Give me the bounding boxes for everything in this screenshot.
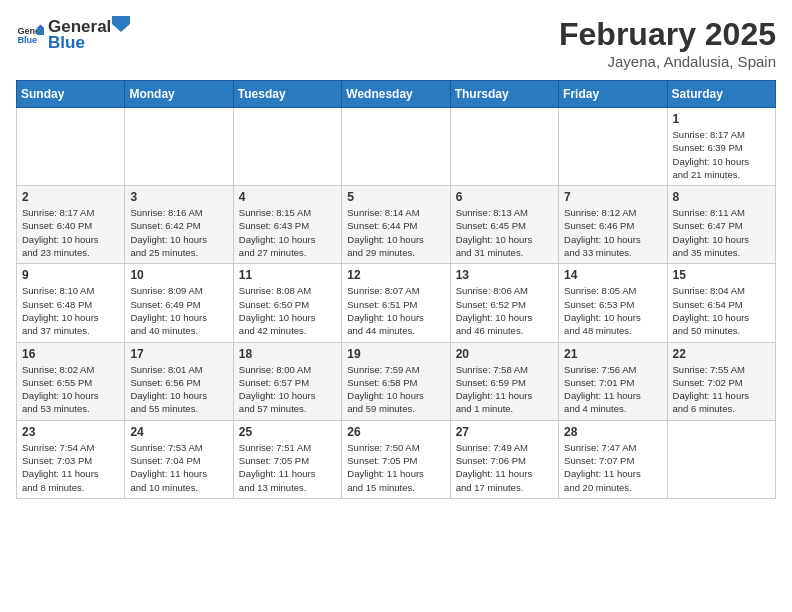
day-of-week-header: Saturday <box>667 81 775 108</box>
day-info: Sunrise: 8:09 AM Sunset: 6:49 PM Dayligh… <box>130 284 227 337</box>
day-of-week-header: Thursday <box>450 81 558 108</box>
day-number: 22 <box>673 347 770 361</box>
day-number: 25 <box>239 425 336 439</box>
day-number: 15 <box>673 268 770 282</box>
calendar-cell: 15Sunrise: 8:04 AM Sunset: 6:54 PM Dayli… <box>667 264 775 342</box>
day-info: Sunrise: 8:14 AM Sunset: 6:44 PM Dayligh… <box>347 206 444 259</box>
calendar-cell: 19Sunrise: 7:59 AM Sunset: 6:58 PM Dayli… <box>342 342 450 420</box>
calendar-cell <box>667 420 775 498</box>
day-info: Sunrise: 8:13 AM Sunset: 6:45 PM Dayligh… <box>456 206 553 259</box>
day-of-week-header: Sunday <box>17 81 125 108</box>
day-number: 2 <box>22 190 119 204</box>
calendar-cell: 13Sunrise: 8:06 AM Sunset: 6:52 PM Dayli… <box>450 264 558 342</box>
day-info: Sunrise: 7:50 AM Sunset: 7:05 PM Dayligh… <box>347 441 444 494</box>
day-number: 8 <box>673 190 770 204</box>
page-header: General Blue General Blue February 2025 … <box>16 16 776 70</box>
day-number: 21 <box>564 347 661 361</box>
calendar-cell: 6Sunrise: 8:13 AM Sunset: 6:45 PM Daylig… <box>450 186 558 264</box>
day-info: Sunrise: 8:05 AM Sunset: 6:53 PM Dayligh… <box>564 284 661 337</box>
day-number: 7 <box>564 190 661 204</box>
calendar-cell: 9Sunrise: 8:10 AM Sunset: 6:48 PM Daylig… <box>17 264 125 342</box>
day-info: Sunrise: 7:47 AM Sunset: 7:07 PM Dayligh… <box>564 441 661 494</box>
logo-arrow-icon <box>112 16 130 32</box>
day-number: 10 <box>130 268 227 282</box>
calendar-cell <box>342 108 450 186</box>
day-number: 14 <box>564 268 661 282</box>
day-info: Sunrise: 8:07 AM Sunset: 6:51 PM Dayligh… <box>347 284 444 337</box>
calendar-cell: 17Sunrise: 8:01 AM Sunset: 6:56 PM Dayli… <box>125 342 233 420</box>
calendar-cell: 23Sunrise: 7:54 AM Sunset: 7:03 PM Dayli… <box>17 420 125 498</box>
calendar-cell: 20Sunrise: 7:58 AM Sunset: 6:59 PM Dayli… <box>450 342 558 420</box>
logo: General Blue General Blue <box>16 16 130 53</box>
day-number: 24 <box>130 425 227 439</box>
day-number: 11 <box>239 268 336 282</box>
day-info: Sunrise: 8:10 AM Sunset: 6:48 PM Dayligh… <box>22 284 119 337</box>
day-info: Sunrise: 7:56 AM Sunset: 7:01 PM Dayligh… <box>564 363 661 416</box>
calendar-week-row: 1Sunrise: 8:17 AM Sunset: 6:39 PM Daylig… <box>17 108 776 186</box>
day-number: 5 <box>347 190 444 204</box>
day-info: Sunrise: 8:12 AM Sunset: 6:46 PM Dayligh… <box>564 206 661 259</box>
calendar-cell: 1Sunrise: 8:17 AM Sunset: 6:39 PM Daylig… <box>667 108 775 186</box>
day-number: 17 <box>130 347 227 361</box>
svg-marker-3 <box>37 28 44 35</box>
day-of-week-header: Friday <box>559 81 667 108</box>
day-of-week-header: Monday <box>125 81 233 108</box>
calendar-week-row: 23Sunrise: 7:54 AM Sunset: 7:03 PM Dayli… <box>17 420 776 498</box>
day-number: 6 <box>456 190 553 204</box>
day-info: Sunrise: 8:01 AM Sunset: 6:56 PM Dayligh… <box>130 363 227 416</box>
calendar-cell: 10Sunrise: 8:09 AM Sunset: 6:49 PM Dayli… <box>125 264 233 342</box>
calendar-cell: 25Sunrise: 7:51 AM Sunset: 7:05 PM Dayli… <box>233 420 341 498</box>
calendar-cell: 21Sunrise: 7:56 AM Sunset: 7:01 PM Dayli… <box>559 342 667 420</box>
day-of-week-header: Wednesday <box>342 81 450 108</box>
calendar-cell <box>450 108 558 186</box>
day-number: 18 <box>239 347 336 361</box>
calendar-cell: 11Sunrise: 8:08 AM Sunset: 6:50 PM Dayli… <box>233 264 341 342</box>
day-number: 23 <box>22 425 119 439</box>
day-info: Sunrise: 7:51 AM Sunset: 7:05 PM Dayligh… <box>239 441 336 494</box>
calendar-cell: 22Sunrise: 7:55 AM Sunset: 7:02 PM Dayli… <box>667 342 775 420</box>
day-info: Sunrise: 8:17 AM Sunset: 6:39 PM Dayligh… <box>673 128 770 181</box>
calendar-header-row: SundayMondayTuesdayWednesdayThursdayFrid… <box>17 81 776 108</box>
day-info: Sunrise: 8:08 AM Sunset: 6:50 PM Dayligh… <box>239 284 336 337</box>
day-number: 19 <box>347 347 444 361</box>
svg-text:Blue: Blue <box>17 35 37 45</box>
day-info: Sunrise: 8:17 AM Sunset: 6:40 PM Dayligh… <box>22 206 119 259</box>
day-number: 27 <box>456 425 553 439</box>
month-title: February 2025 <box>559 16 776 53</box>
calendar-cell: 3Sunrise: 8:16 AM Sunset: 6:42 PM Daylig… <box>125 186 233 264</box>
day-number: 9 <box>22 268 119 282</box>
calendar-cell: 2Sunrise: 8:17 AM Sunset: 6:40 PM Daylig… <box>17 186 125 264</box>
day-info: Sunrise: 7:53 AM Sunset: 7:04 PM Dayligh… <box>130 441 227 494</box>
calendar-table: SundayMondayTuesdayWednesdayThursdayFrid… <box>16 80 776 499</box>
day-info: Sunrise: 8:00 AM Sunset: 6:57 PM Dayligh… <box>239 363 336 416</box>
day-info: Sunrise: 8:16 AM Sunset: 6:42 PM Dayligh… <box>130 206 227 259</box>
calendar-cell: 14Sunrise: 8:05 AM Sunset: 6:53 PM Dayli… <box>559 264 667 342</box>
day-info: Sunrise: 7:54 AM Sunset: 7:03 PM Dayligh… <box>22 441 119 494</box>
day-number: 26 <box>347 425 444 439</box>
calendar-cell: 18Sunrise: 8:00 AM Sunset: 6:57 PM Dayli… <box>233 342 341 420</box>
calendar-cell <box>125 108 233 186</box>
calendar-cell: 26Sunrise: 7:50 AM Sunset: 7:05 PM Dayli… <box>342 420 450 498</box>
day-info: Sunrise: 8:15 AM Sunset: 6:43 PM Dayligh… <box>239 206 336 259</box>
calendar-cell: 24Sunrise: 7:53 AM Sunset: 7:04 PM Dayli… <box>125 420 233 498</box>
title-block: February 2025 Jayena, Andalusia, Spain <box>559 16 776 70</box>
day-number: 20 <box>456 347 553 361</box>
day-number: 12 <box>347 268 444 282</box>
day-number: 4 <box>239 190 336 204</box>
calendar-cell <box>17 108 125 186</box>
day-info: Sunrise: 7:49 AM Sunset: 7:06 PM Dayligh… <box>456 441 553 494</box>
svg-marker-4 <box>112 16 130 32</box>
day-number: 1 <box>673 112 770 126</box>
calendar-week-row: 16Sunrise: 8:02 AM Sunset: 6:55 PM Dayli… <box>17 342 776 420</box>
calendar-cell: 8Sunrise: 8:11 AM Sunset: 6:47 PM Daylig… <box>667 186 775 264</box>
calendar-week-row: 2Sunrise: 8:17 AM Sunset: 6:40 PM Daylig… <box>17 186 776 264</box>
calendar-cell: 4Sunrise: 8:15 AM Sunset: 6:43 PM Daylig… <box>233 186 341 264</box>
day-number: 16 <box>22 347 119 361</box>
day-info: Sunrise: 8:11 AM Sunset: 6:47 PM Dayligh… <box>673 206 770 259</box>
location-subtitle: Jayena, Andalusia, Spain <box>559 53 776 70</box>
calendar-cell: 16Sunrise: 8:02 AM Sunset: 6:55 PM Dayli… <box>17 342 125 420</box>
day-info: Sunrise: 7:55 AM Sunset: 7:02 PM Dayligh… <box>673 363 770 416</box>
logo-icon: General Blue <box>16 21 44 49</box>
calendar-cell <box>559 108 667 186</box>
calendar-cell: 28Sunrise: 7:47 AM Sunset: 7:07 PM Dayli… <box>559 420 667 498</box>
